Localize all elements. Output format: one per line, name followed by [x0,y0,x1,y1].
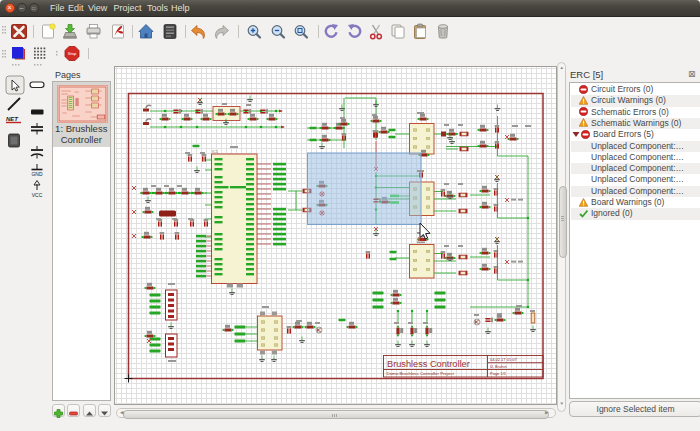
svg-text:Demo:Brushless Controller Proj: Demo:Brushless Controller Project [387,371,455,376]
svg-text:IC1: IC1 [212,149,219,154]
svg-text:GND: GND [31,171,43,177]
svg-text:0d: 0d [418,237,424,242]
svg-text:Brushless Controller: Brushless Controller [387,359,470,369]
svg-text:Page 1/1: Page 1/1 [490,371,507,376]
svg-text:Stop: Stop [68,51,77,56]
svg-text:U. Bruhin: U. Bruhin [490,364,507,369]
svg-text:04.02.17 01:07: 04.02.17 01:07 [490,357,517,362]
svg-text:NET: NET [6,116,19,122]
svg-text:VCC: VCC [32,192,43,198]
